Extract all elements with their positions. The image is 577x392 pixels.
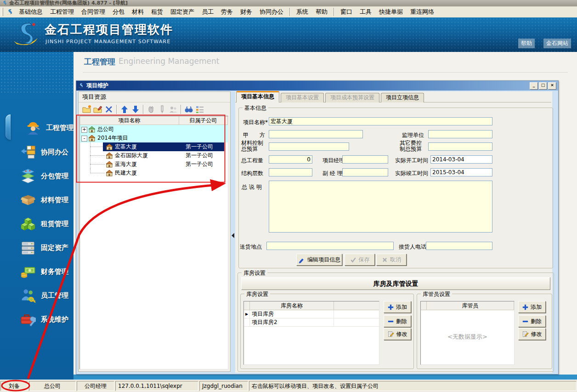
start-date-field[interactable]: 2014-03-04 xyxy=(430,155,492,164)
end-date-field[interactable]: 2015-03-04 xyxy=(430,168,492,176)
menu-fixed-assets[interactable]: 固定资产 xyxy=(167,7,198,17)
sidebar-item-collaboration[interactable]: 协同办公 xyxy=(0,140,74,164)
sidebar-item-system[interactable]: 系统维护 xyxy=(0,307,74,331)
store-modify-button[interactable]: 修改 xyxy=(384,328,411,340)
brand-banner: 金石工程项目管理软件 JINSHI PROJECT MANAGEMENT SOF… xyxy=(0,17,577,52)
view-icon[interactable] xyxy=(194,104,205,115)
menu-tools[interactable]: 工具 xyxy=(356,7,375,17)
floors-field[interactable] xyxy=(269,168,312,176)
store-row[interactable]: ▶ 项目库房 xyxy=(244,310,379,318)
minus-icon xyxy=(522,318,528,324)
sidebar-item-material[interactable]: 材料管理 xyxy=(0,188,74,212)
splitter-collapse-icon[interactable] xyxy=(232,233,235,238)
sidebar-item-engineering[interactable]: 工程管理 xyxy=(0,116,74,140)
office-blocks-icon xyxy=(20,144,36,160)
supervisor-field[interactable] xyxy=(428,130,492,138)
store-add-button[interactable]: 添加 xyxy=(384,301,411,313)
tab-project-approval[interactable]: 项目立项信息 xyxy=(381,93,424,102)
maximize-button[interactable]: □ xyxy=(539,82,547,90)
keeper-delete-button[interactable]: 删除 xyxy=(518,315,546,327)
tree-row-head-office[interactable]: + 总公司 xyxy=(80,125,228,134)
menu-labor[interactable]: 劳务 xyxy=(217,7,237,17)
menu-system[interactable]: 系统 xyxy=(293,7,312,17)
new-folder-icon[interactable] xyxy=(81,104,92,115)
project-manager-field[interactable] xyxy=(342,155,388,164)
menu-material[interactable]: 材料 xyxy=(128,7,147,17)
tree-column-project-name[interactable]: 项目名称 xyxy=(80,116,179,125)
menu-subcontract[interactable]: 分包 xyxy=(109,7,128,17)
house-icon xyxy=(106,143,113,150)
menu-window[interactable]: 窗口 xyxy=(337,7,356,17)
delivery-field[interactable] xyxy=(266,242,394,250)
tree-row-hongji-tower[interactable]: 宏基大厦 第一子公司 xyxy=(80,142,228,151)
store-delete-button[interactable]: 删除 xyxy=(384,315,411,327)
menu-engineering[interactable]: 工程管理 xyxy=(46,7,78,17)
open-box-icon xyxy=(20,192,36,208)
menu-staff[interactable]: 员工 xyxy=(198,7,217,17)
project-tree: 项目名称 归属子公司 + 总公司 - 2014年项目 xyxy=(79,116,228,369)
other-budget-field[interactable] xyxy=(428,142,492,151)
keeper-modify-button[interactable]: 修改 xyxy=(518,328,546,340)
menu-contract[interactable]: 合同管理 xyxy=(78,7,109,17)
keeper-column[interactable]: 库管员 xyxy=(427,301,514,310)
banner-help-link[interactable]: 帮助 xyxy=(518,39,535,48)
hand-icon[interactable] xyxy=(146,104,157,115)
edit-folder-icon[interactable] xyxy=(92,104,103,115)
child-window-title: 项目维护 xyxy=(86,82,108,90)
layers-icon xyxy=(20,168,36,184)
sidebar-item-lease[interactable]: 租赁管理 xyxy=(0,212,74,236)
description-textarea[interactable] xyxy=(269,181,492,233)
expand-icon[interactable]: + xyxy=(81,127,87,133)
total-quantity-field[interactable]: 0 xyxy=(269,155,312,164)
menu-quick-docs[interactable]: 快捷单据 xyxy=(375,7,407,17)
move-down-icon[interactable] xyxy=(130,104,141,115)
menu-finance[interactable]: 财务 xyxy=(237,7,256,17)
sidebar-item-label: 协同办公 xyxy=(41,148,68,157)
move-up-icon[interactable] xyxy=(119,104,130,115)
check-icon xyxy=(350,256,356,263)
banner-website-link[interactable]: 金石网站 xyxy=(543,39,571,48)
close-button[interactable]: × xyxy=(548,82,556,90)
tab-strip: 项目基本信息 项目基本设置 项目成本预算设置 项目立项信息 xyxy=(236,91,425,102)
minimize-button[interactable]: _ xyxy=(530,82,538,90)
menu-separator xyxy=(334,8,334,16)
button-label: 添加 xyxy=(396,303,407,311)
project-name-field[interactable]: 宏基大厦 xyxy=(269,117,492,125)
sidebar-item-label: 材料管理 xyxy=(41,196,68,205)
menu-reconnect[interactable]: 重连网络 xyxy=(407,7,438,17)
party-a-field[interactable] xyxy=(269,130,363,138)
sidebar-item-staff[interactable]: 员工管理 xyxy=(0,284,74,307)
menu-lease[interactable]: 租赁 xyxy=(147,7,167,17)
child-window-titlebar[interactable]: 项目维护 _ □ × xyxy=(76,81,558,91)
collapse-icon[interactable]: - xyxy=(81,136,87,142)
sidebar-item-label: 固定资产 xyxy=(41,244,68,252)
delete-icon[interactable] xyxy=(103,104,114,115)
tree-row-minjian-tower[interactable]: 民建大厦 xyxy=(80,169,228,177)
sidebar-item-fixed-assets[interactable]: 固定资产 xyxy=(0,236,74,260)
button-label: 取消 xyxy=(390,256,401,264)
phone-field[interactable] xyxy=(426,242,492,250)
menu-collaboration[interactable]: 协同办公 xyxy=(256,7,287,17)
tree-row-lanhai-tower[interactable]: 蓝海大厦 第一子公司 xyxy=(80,160,228,169)
sidebar-item-finance[interactable]: 财务管理 xyxy=(0,260,74,284)
sidebar-item-subcontract[interactable]: 分包管理 xyxy=(0,164,74,188)
users-icon[interactable] xyxy=(168,104,179,115)
edit-project-button[interactable]: 编辑项目信息 xyxy=(296,254,342,266)
tree-row-jinshi-intl-tower[interactable]: 金石国际大厦 第一子公司 xyxy=(80,151,228,160)
pencil-icon[interactable] xyxy=(157,104,168,115)
store-name-column[interactable]: 库房名称 xyxy=(250,301,334,310)
save-button: 保存 xyxy=(345,254,375,266)
find-icon[interactable] xyxy=(183,104,194,115)
panel-caption: 项目资源 xyxy=(79,92,230,102)
menu-help[interactable]: 帮助 xyxy=(312,7,331,17)
tree-column-subsidiary[interactable]: 归属子公司 xyxy=(179,116,228,125)
store-row[interactable]: 项目库房2 xyxy=(244,318,379,327)
tab-basic-info[interactable]: 项目基本信息 xyxy=(236,91,279,102)
deputy-manager-field[interactable] xyxy=(342,168,388,176)
material-budget-field[interactable] xyxy=(269,142,349,151)
menu-basic-info[interactable]: 基础信息 xyxy=(15,7,46,17)
keeper-add-button[interactable]: 添加 xyxy=(518,301,546,313)
tree-row-2014-projects[interactable]: - 2014年项目 xyxy=(80,134,228,142)
minus-icon xyxy=(388,318,394,324)
tree-line xyxy=(90,155,105,156)
